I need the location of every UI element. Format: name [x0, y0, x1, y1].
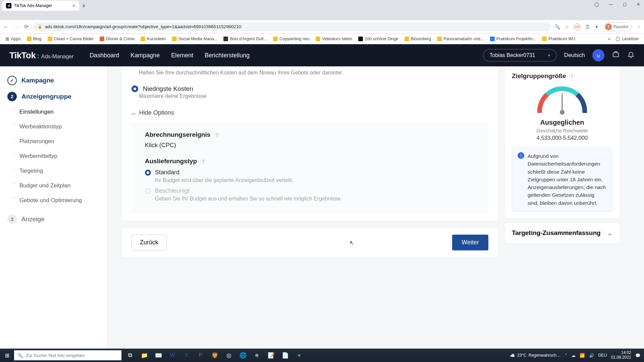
new-tab-button[interactable]: +: [79, 1, 89, 11]
excel-icon[interactable]: X: [180, 349, 193, 362]
substep-targeting[interactable]: Targeting: [19, 164, 107, 178]
bookmark-item[interactable]: Copywriting neu: [270, 35, 312, 43]
delivery-accelerated-hint: Geben Sie Ihr Budget aus und erhalten Si…: [155, 196, 475, 202]
address-bar[interactable]: 🔒 ads.tiktok.com/i18n/campaign/ad-group/…: [33, 22, 551, 31]
bookmark-item[interactable]: Praktikum WU: [539, 35, 578, 43]
bell-icon[interactable]: [627, 51, 635, 60]
audience-info-notice: i Aufgrund von Datensicherheitsanforderu…: [512, 147, 612, 212]
bookmark-item[interactable]: Praktikum Projektm...: [487, 35, 539, 43]
obs-icon[interactable]: ◎: [222, 349, 235, 362]
taskbar-clock[interactable]: 14:02 01.08.2021: [611, 351, 631, 360]
star-icon[interactable]: ☆: [565, 24, 569, 29]
back-button[interactable]: Zurück: [131, 235, 167, 250]
notepad2-icon[interactable]: 📄: [278, 349, 292, 362]
kebab-menu-icon[interactable]: ⋮: [637, 24, 641, 29]
hide-options-toggle[interactable]: ︽ Hide Options: [131, 109, 488, 116]
language-label[interactable]: Deutsch: [564, 52, 585, 59]
onedrive-icon[interactable]: ☁: [571, 353, 576, 358]
powerpoint-icon[interactable]: P: [194, 349, 207, 362]
delivery-type-title: Auslieferungstyp?: [145, 158, 475, 165]
adblock-icon[interactable]: AB: [574, 23, 581, 30]
scrolled-off-line: Von XXX in XXX geändert.: [139, 66, 488, 69]
bookmark-item[interactable]: 100 schöne Dinge: [356, 35, 401, 43]
substep-gebote-optimierung[interactable]: Gebote und Optimierung: [19, 193, 107, 208]
file-explorer-icon[interactable]: 📁: [138, 349, 151, 362]
help-icon[interactable]: ?: [569, 73, 575, 79]
billing-event-value: Klick (CPC): [145, 142, 475, 149]
prev-option-hint: Halten Sie Ihre durchschnittlichen Koste…: [139, 70, 488, 76]
mail-icon[interactable]: ✉️: [152, 349, 165, 362]
profile-avatar-icon: T: [605, 23, 612, 30]
substep-einstellungen[interactable]: Einstellungen: [19, 105, 107, 119]
taskbar-search-input[interactable]: 🔍 Zur Suche Text hier eingeben: [14, 350, 121, 360]
help-icon[interactable]: ?: [200, 158, 206, 164]
radio-selected-icon: [145, 170, 151, 176]
browser-tab[interactable]: d TikTok Ads-Manager ×: [2, 1, 79, 11]
close-window-button[interactable]: ✕: [635, 1, 642, 7]
substep-werbemitteltyp[interactable]: Werbemitteltyp: [19, 149, 107, 164]
start-button[interactable]: ⊞: [0, 349, 14, 362]
url-text: ads.tiktok.com/i18n/campaign/ad-group/cr…: [45, 24, 241, 29]
notifications-icon[interactable]: 💬: [635, 353, 641, 358]
bookmark-item[interactable]: Bois d'Argent Duft...: [221, 35, 270, 43]
next-button[interactable]: Weiter: [452, 235, 488, 250]
brave-icon[interactable]: 🦁: [208, 349, 221, 362]
zoom-icon[interactable]: 🔍: [554, 24, 560, 29]
step-anzeigengruppe[interactable]: 2 Anzeigengruppe: [0, 88, 107, 105]
back-icon[interactable]: ←: [3, 24, 9, 30]
nav-dashboard[interactable]: Dashboard: [90, 52, 119, 59]
circle-icon[interactable]: ◯: [592, 1, 601, 7]
bookmark-item[interactable]: Videokurs Ideen: [313, 35, 355, 43]
targeting-summary-panel[interactable]: Targeting-Zusammenfassung ⌄: [505, 223, 619, 243]
minimize-button[interactable]: —: [607, 1, 615, 7]
radio-delivery-standard[interactable]: Standard: [145, 169, 475, 176]
bookmark-item[interactable]: ⊞Apps: [3, 35, 23, 43]
translate-icon[interactable]: 文: [585, 24, 590, 30]
nav-element[interactable]: Element: [171, 52, 193, 59]
user-avatar[interactable]: u: [592, 49, 604, 61]
briefcase-icon[interactable]: [612, 51, 620, 60]
tray-chevron-up-icon[interactable]: ˄: [565, 353, 567, 358]
maximize-button[interactable]: ▢: [621, 1, 629, 7]
wifi-icon[interactable]: 📶: [580, 353, 585, 358]
brand-logo[interactable]: TikTok: Ads-Manager: [9, 50, 73, 61]
notepad-icon[interactable]: 📝: [264, 349, 278, 362]
chrome-icon[interactable]: 🌐: [236, 349, 250, 362]
account-switcher[interactable]: Tobias Becker0731 ▾: [483, 49, 557, 62]
volume-icon[interactable]: 🔊: [589, 353, 594, 358]
bookmark-item[interactable]: Panoramabahn und...: [434, 35, 486, 43]
taskbar-weather[interactable]: ☁️ 23°C Regenwahrsch…: [510, 353, 561, 358]
bookmark-overflow-icon[interactable]: »: [608, 37, 610, 41]
close-tab-icon[interactable]: ×: [72, 3, 75, 8]
bookmark-item[interactable]: Social Media Mana...: [169, 35, 220, 43]
substep-werbeaktionstyp[interactable]: Werbeaktionstyp: [19, 119, 107, 134]
edge-icon[interactable]: e: [250, 349, 264, 362]
bookmark-item[interactable]: Blog: [24, 35, 44, 43]
task-view-icon[interactable]: ⧉: [123, 349, 137, 362]
radio-delivery-accelerated: Beschleunigt: [145, 187, 475, 194]
bookmark-item[interactable]: Dinner & Crime: [97, 35, 137, 43]
bookmark-item[interactable]: Bloomberg: [402, 35, 434, 43]
step-anzeige[interactable]: 3 Anzeige: [0, 211, 107, 227]
billing-event-title: Abrechnungsereignis?: [145, 131, 475, 138]
bookmark-item[interactable]: Kursideen: [138, 35, 168, 43]
reading-list-button[interactable]: 📋Leseliste: [612, 35, 641, 43]
keyboard-lang[interactable]: DEU: [598, 353, 607, 358]
search-icon: 🔍: [17, 353, 23, 358]
substep-budget-zeitplan[interactable]: Budget und Zeitplan: [19, 178, 107, 193]
reach-value: 4,533,000-5,542,000: [537, 135, 588, 141]
word-icon[interactable]: W: [166, 349, 179, 362]
radio-lowest-cost[interactable]: Niedrigste Kosten: [131, 85, 488, 93]
nav-kampagne[interactable]: Kampagne: [130, 52, 160, 59]
reach-label: Geschätzte Reichweite: [536, 128, 588, 133]
spotify-icon[interactable]: ●: [292, 349, 306, 362]
reload-icon[interactable]: ⟳: [23, 23, 30, 30]
extensions-icon[interactable]: ✦: [595, 24, 599, 29]
substep-platzierungen[interactable]: Platzierungen: [19, 134, 107, 149]
forward-icon[interactable]: →: [13, 24, 19, 30]
nav-berichterstellung[interactable]: Berichterstellung: [205, 52, 250, 59]
step-kampagne[interactable]: ✓ Kampagne: [0, 72, 107, 88]
profile-chip[interactable]: T Pausiert: [603, 22, 632, 31]
help-icon[interactable]: ?: [214, 132, 220, 138]
bookmark-item[interactable]: Cload + Canva Bilder: [45, 35, 96, 43]
